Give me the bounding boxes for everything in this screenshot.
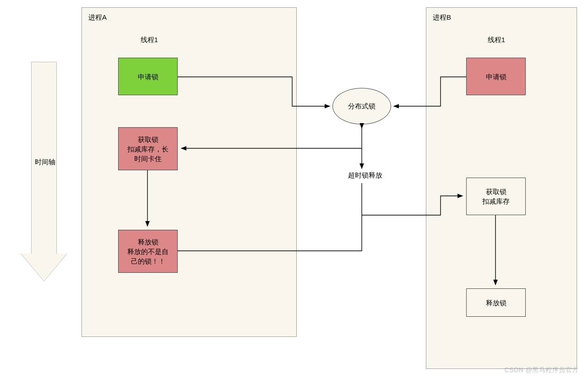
process-a-step3-text: 释放锁 释放的不是自 己的锁！！ — [127, 237, 169, 266]
process-a-step1: 申请锁 — [118, 58, 178, 95]
process-a-step2-text: 获取锁 扣减库存，长 时间卡住 — [127, 135, 169, 163]
process-a-step2: 获取锁 扣减库存，长 时间卡住 — [118, 127, 178, 170]
time-axis-label: 时间轴 — [29, 158, 60, 167]
distributed-lock-node: 分布式锁 — [332, 88, 391, 125]
timeout-release-label: 超时锁释放 — [344, 171, 386, 180]
process-a-step1-text: 申请锁 — [138, 72, 158, 81]
process-b-step1: 申请锁 — [466, 58, 526, 95]
process-a-thread-label: 线程1 — [134, 36, 165, 44]
process-b-step3-text: 释放锁 — [486, 298, 506, 308]
process-b-step2-text: 获取锁 扣减库存 — [482, 187, 510, 206]
process-a-title: 进程A — [88, 13, 107, 22]
watermark: CSDN @黑马程序员官方 — [505, 366, 579, 374]
distributed-lock-text: 分布式锁 — [348, 102, 376, 111]
process-b-step1-text: 申请锁 — [486, 72, 506, 81]
process-a-step3: 释放锁 释放的不是自 己的锁！！ — [118, 230, 178, 273]
process-b-step2: 获取锁 扣减库存 — [466, 178, 526, 215]
process-b-thread-label: 线程1 — [481, 36, 512, 44]
process-b-step3: 释放锁 — [466, 288, 526, 317]
process-b-title: 进程B — [433, 13, 451, 22]
process-a-container: 进程A — [82, 7, 297, 337]
